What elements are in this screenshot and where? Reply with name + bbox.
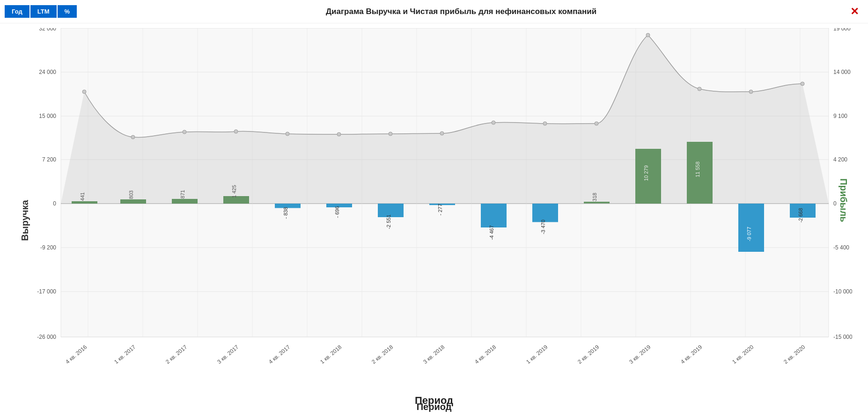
svg-text:3 кв. 2017: 3 кв. 2017 xyxy=(216,344,240,365)
svg-text:2 кв. 2017: 2 кв. 2017 xyxy=(164,344,188,365)
svg-text:-2 551: -2 551 xyxy=(386,214,391,229)
svg-text:-9 200: -9 200 xyxy=(40,244,56,251)
bar-9 xyxy=(532,204,558,222)
svg-text:-4 467: -4 467 xyxy=(489,225,494,240)
header-bar: Год LTM % Диаграма Выручка и Чистая приб… xyxy=(0,0,868,23)
svg-text:3 кв. 2019: 3 кв. 2019 xyxy=(628,344,652,365)
svg-text:0: 0 xyxy=(833,200,837,207)
svg-text:9 100: 9 100 xyxy=(833,113,847,119)
svg-text:4 200: 4 200 xyxy=(833,156,847,163)
svg-text:15 000: 15 000 xyxy=(39,113,56,119)
svg-text:19 000: 19 000 xyxy=(833,28,851,32)
svg-text:-9 077: -9 077 xyxy=(746,227,752,241)
svg-text:- 838: - 838 xyxy=(283,207,288,219)
svg-text:-5 400: -5 400 xyxy=(833,244,849,251)
svg-text:4 кв. 2017: 4 кв. 2017 xyxy=(267,344,291,365)
svg-text:1 кв. 2020: 1 кв. 2020 xyxy=(731,344,755,365)
period-label: Период xyxy=(415,395,453,407)
close-button[interactable]: ✕ xyxy=(846,6,863,18)
svg-text:3 кв. 2018: 3 кв. 2018 xyxy=(422,344,446,365)
svg-text:1 кв. 2019: 1 кв. 2019 xyxy=(525,344,549,365)
bar-8 xyxy=(481,204,507,227)
main-container: Год LTM % Диаграма Выручка и Чистая приб… xyxy=(0,0,868,417)
svg-text:4 кв. 2016: 4 кв. 2016 xyxy=(64,344,88,365)
svg-text:32 000: 32 000 xyxy=(39,28,56,32)
svg-text:-17 000: -17 000 xyxy=(37,288,56,295)
svg-text:-26 000: -26 000 xyxy=(37,334,56,340)
chart-title: Диаграма Выручка и Чистая прибыль для не… xyxy=(77,7,846,16)
btn-god[interactable]: Год xyxy=(5,5,29,18)
svg-text:7 200: 7 200 xyxy=(42,156,56,163)
svg-text:24 000: 24 000 xyxy=(39,69,56,75)
period-button-group: Год LTM % xyxy=(5,5,77,18)
svg-text:-10 000: -10 000 xyxy=(833,288,852,295)
svg-text:2 кв. 2019: 2 кв. 2019 xyxy=(576,344,600,365)
svg-text:- 277: - 277 xyxy=(437,204,443,215)
svg-text:1 кв. 2017: 1 кв. 2017 xyxy=(113,344,137,365)
svg-text:-2 668: -2 668 xyxy=(798,208,803,222)
chart-area: Выручка Прибыль Период xyxy=(0,23,868,417)
svg-text:4 кв. 2019: 4 кв. 2019 xyxy=(679,344,703,365)
svg-text:-3 470: -3 470 xyxy=(540,219,546,234)
svg-text:14 000: 14 000 xyxy=(833,69,851,75)
svg-text:-15 000: -15 000 xyxy=(833,334,852,340)
svg-text:4 кв. 2018: 4 кв. 2018 xyxy=(473,344,497,365)
svg-text:2 кв. 2020: 2 кв. 2020 xyxy=(782,344,806,365)
svg-text:0: 0 xyxy=(53,200,56,207)
svg-text:1 кв. 2018: 1 кв. 2018 xyxy=(319,344,343,365)
svg-text:2 кв. 2018: 2 кв. 2018 xyxy=(370,344,394,365)
svg-text:- 696: - 696 xyxy=(334,206,340,218)
btn-ltm[interactable]: LTM xyxy=(30,5,57,18)
btn-percent[interactable]: % xyxy=(58,5,77,18)
chart-svg: 32 000 24 000 15 000 7 200 0 -9 200 -17 … xyxy=(28,28,852,365)
